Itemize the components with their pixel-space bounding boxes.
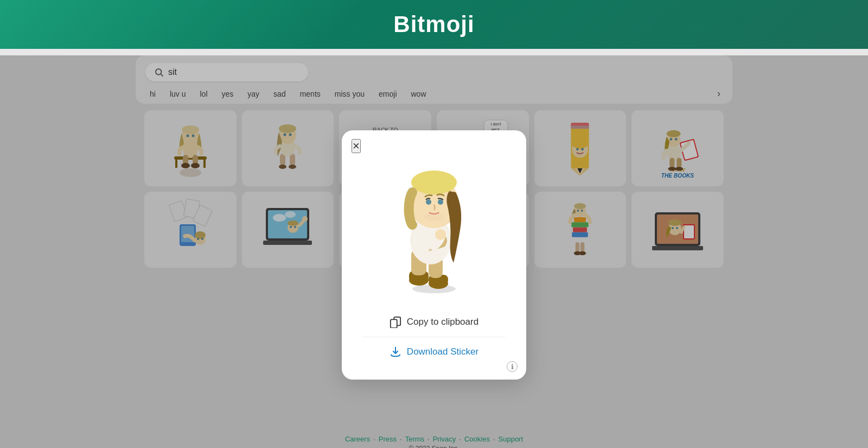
header: Bitmoji bbox=[0, 0, 868, 49]
download-sticker-button[interactable]: Download Sticker bbox=[355, 339, 513, 364]
modal-divider bbox=[363, 337, 506, 337]
main-area: sit hi luv u lol yes yay sad ments miss … bbox=[0, 55, 868, 448]
app-title: Bitmoji bbox=[393, 11, 474, 37]
info-icon[interactable]: ℹ bbox=[507, 361, 518, 372]
clipboard-icon bbox=[390, 316, 401, 328]
modal-actions: Copy to clipboard Download Sticker bbox=[355, 310, 513, 364]
copy-to-clipboard-button[interactable]: Copy to clipboard bbox=[355, 310, 513, 335]
download-icon bbox=[390, 346, 401, 358]
download-label: Download Sticker bbox=[407, 346, 478, 357]
modal-overlay[interactable]: × bbox=[0, 55, 868, 448]
svg-point-142 bbox=[426, 199, 431, 205]
copy-label: Copy to clipboard bbox=[407, 317, 478, 327]
modal-sticker-image bbox=[369, 149, 499, 301]
svg-rect-146 bbox=[391, 319, 397, 328]
svg-point-139 bbox=[435, 229, 446, 240]
modal-bitmoji-svg bbox=[380, 154, 488, 295]
modal-close-button[interactable]: × bbox=[352, 139, 361, 153]
svg-point-143 bbox=[438, 199, 443, 205]
modal-dialog: × bbox=[342, 130, 526, 380]
svg-point-141 bbox=[411, 171, 457, 194]
svg-point-144 bbox=[424, 212, 444, 221]
